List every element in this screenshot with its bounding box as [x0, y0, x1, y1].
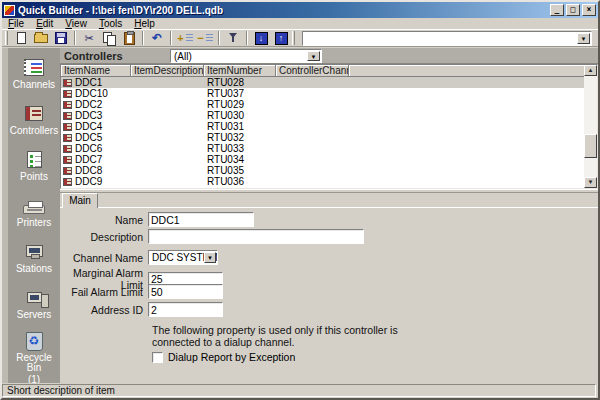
paste-button[interactable] — [119, 30, 139, 46]
tab-main[interactable]: Main — [62, 193, 98, 208]
controller-item-icon — [63, 112, 72, 120]
scroll-up-arrow-icon[interactable]: ▲ — [584, 65, 597, 76]
upload-button[interactable]: ↑ — [271, 30, 291, 46]
download-button[interactable]: ↓ — [251, 30, 271, 46]
save-icon — [55, 32, 67, 44]
recycle-bin-icon: ♻ — [21, 332, 47, 351]
channel-name-field-row: Channel Name DDC SYSTEM ▼ — [60, 250, 218, 265]
table-row[interactable]: DDC9 RTU036 — [61, 176, 597, 187]
controller-item-icon — [63, 79, 72, 87]
chevron-down-icon[interactable]: ▼ — [577, 33, 590, 44]
shortcut-sidebar: Channels Controllers Points Printers Sta… — [2, 48, 60, 383]
name-field-row: Name — [60, 212, 254, 227]
description-label: Description — [60, 231, 148, 243]
page-title: Controllers — [60, 50, 123, 62]
points-icon — [21, 148, 47, 170]
table-row[interactable]: DDC2 RTU029 — [61, 99, 597, 110]
download-icon: ↓ — [255, 32, 268, 45]
toolbar-separator — [142, 31, 144, 45]
name-label: Name — [60, 214, 148, 226]
column-header-filler — [349, 65, 597, 77]
fail-alarm-limit-input[interactable] — [148, 284, 223, 299]
chevron-down-icon[interactable]: ▼ — [204, 252, 216, 263]
copy-icon — [103, 32, 116, 45]
scrollbar-thumb[interactable] — [584, 134, 597, 158]
minimize-button[interactable]: _ — [550, 4, 564, 16]
open-button[interactable] — [31, 30, 51, 46]
sidebar-item-servers[interactable]: Servers — [8, 286, 60, 332]
toolbar-separator — [246, 31, 248, 45]
menu-edit[interactable]: Edit — [30, 18, 59, 29]
new-file-icon — [17, 32, 26, 44]
table-row[interactable]: DDC5 RTU032 — [61, 132, 597, 143]
address-id-label: Address ID — [60, 304, 148, 316]
menu-view[interactable]: View — [59, 18, 93, 29]
table-row[interactable]: DDC7 RTU034 — [61, 154, 597, 165]
printer-icon — [21, 194, 47, 216]
content-area: Channels Controllers Points Printers Sta… — [2, 48, 598, 383]
description-field-row: Description — [60, 229, 364, 244]
quick-builder-window: Quick Builder - I:\bei fen\DY\r200 DELL.… — [0, 0, 600, 400]
toolbar-separator — [170, 31, 172, 45]
channel-name-select[interactable]: DDC SYSTEM ▼ — [148, 250, 218, 265]
table-header-row: ItemName ItemDescription ItemNumber Cont… — [61, 65, 597, 77]
dialup-report-checkbox[interactable] — [152, 352, 163, 363]
toolbar-combobox[interactable]: ▼ — [302, 31, 592, 46]
dialup-report-row: Dialup Report by Exception — [152, 351, 295, 363]
address-id-input[interactable] — [148, 302, 223, 317]
close-button[interactable]: × — [582, 4, 596, 16]
filter-funnel-icon — [228, 32, 239, 44]
scroll-down-arrow-icon[interactable]: ▼ — [584, 177, 597, 188]
column-header-controllerchannel[interactable]: ControllerChann... — [276, 65, 349, 77]
remove-item-button[interactable]: − — [195, 30, 215, 46]
channel-name-label: Channel Name — [60, 252, 148, 264]
undo-button[interactable]: ↶ — [147, 30, 167, 46]
controller-item-icon — [63, 123, 72, 131]
vertical-scrollbar[interactable]: ▲ ▼ — [584, 65, 597, 188]
cut-button[interactable]: ✂ — [79, 30, 99, 46]
filter-button[interactable] — [223, 30, 243, 46]
table-row[interactable]: DDC6 RTU033 — [61, 143, 597, 154]
sidebar-item-printers[interactable]: Printers — [8, 194, 60, 240]
sidebar-item-controllers[interactable]: Controllers — [8, 102, 60, 148]
table-row[interactable]: DDC3 RTU030 — [61, 110, 597, 121]
table-row[interactable]: DDC8 RTU035 — [61, 165, 597, 176]
filter-dropdown[interactable]: (All) ▼ — [170, 49, 322, 63]
window-title: Quick Builder - I:\bei fen\DY\r200 DELL.… — [18, 5, 548, 16]
sidebar-item-recycle-bin[interactable]: ♻ Recycle Bin (1) — [8, 332, 60, 378]
name-input[interactable] — [148, 212, 254, 227]
property-form: Main Name Description Channel Name DDC S… — [60, 193, 598, 383]
paste-icon — [124, 32, 135, 45]
toolbar-grip[interactable] — [5, 31, 8, 45]
column-header-itemdescription[interactable]: ItemDescription — [131, 65, 204, 77]
tab-divider — [60, 207, 598, 208]
items-table: ItemName ItemDescription ItemNumber Cont… — [60, 64, 598, 189]
column-header-itemnumber[interactable]: ItemNumber — [204, 65, 276, 77]
description-input[interactable] — [148, 229, 364, 244]
column-header-itemname[interactable]: ItemName — [61, 65, 131, 77]
toolbar-grip[interactable] — [292, 31, 295, 45]
table-row[interactable]: DDC10 RTU037 — [61, 88, 597, 99]
copy-button[interactable] — [99, 30, 119, 46]
open-folder-icon — [34, 34, 48, 43]
dialup-report-checkbox-label: Dialup Report by Exception — [168, 351, 295, 363]
menu-file[interactable]: File — [2, 18, 30, 29]
controller-item-icon — [63, 101, 72, 109]
filter-dropdown-value: (All) — [174, 51, 192, 62]
scissors-icon: ✂ — [84, 33, 93, 44]
sidebar-item-points[interactable]: Points — [8, 148, 60, 194]
table-row[interactable]: DDC4 RTU031 — [61, 121, 597, 132]
upload-icon: ↑ — [275, 32, 288, 45]
menu-help[interactable]: Help — [128, 18, 161, 29]
menu-tools[interactable]: Tools — [93, 18, 128, 29]
save-button[interactable] — [51, 30, 71, 46]
sidebar-item-stations[interactable]: Stations — [8, 240, 60, 286]
new-file-button[interactable] — [11, 30, 31, 46]
add-item-button[interactable]: + — [175, 30, 195, 46]
controller-item-icon — [63, 145, 72, 153]
chevron-down-icon[interactable]: ▼ — [307, 51, 320, 61]
sidebar-item-channels[interactable]: Channels — [8, 56, 60, 102]
maximize-button[interactable]: □ — [566, 4, 580, 16]
controller-item-icon — [63, 156, 72, 164]
table-row[interactable]: DDC1 RTU028 — [61, 77, 597, 88]
